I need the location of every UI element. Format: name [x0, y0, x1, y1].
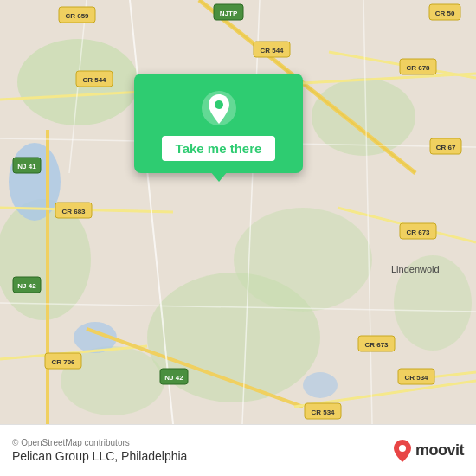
svg-text:CR 706: CR 706: [51, 358, 75, 366]
svg-point-6: [234, 208, 372, 312]
moovit-text: moovit: [415, 441, 464, 460]
location-info: © OpenStreetMap contributors Pelican Gro…: [12, 438, 187, 463]
svg-text:NJ 42: NJ 42: [164, 374, 183, 382]
location-label: Pelican Group LLC, Philadelphia: [12, 449, 187, 463]
svg-text:NJ 41: NJ 41: [17, 163, 36, 170]
svg-text:CR 67: CR 67: [436, 144, 456, 151]
osm-attribution: © OpenStreetMap contributors: [12, 438, 187, 447]
svg-point-10: [303, 372, 338, 398]
svg-text:CR 678: CR 678: [406, 64, 430, 72]
svg-text:NJ 42: NJ 42: [17, 282, 36, 290]
svg-text:CR 50: CR 50: [435, 10, 455, 17]
svg-point-62: [215, 100, 223, 109]
svg-text:CR 534: CR 534: [404, 374, 428, 382]
bottom-bar: © OpenStreetMap contributors Pelican Gro…: [0, 424, 476, 476]
svg-text:CR 534: CR 534: [311, 408, 335, 416]
moovit-pin-icon: [393, 439, 412, 463]
svg-text:CR 683: CR 683: [61, 208, 86, 215]
moovit-logo: moovit: [393, 439, 464, 463]
svg-text:Lindenwold: Lindenwold: [391, 264, 440, 274]
svg-text:CR 544: CR 544: [82, 76, 106, 84]
svg-point-63: [399, 445, 406, 452]
svg-text:CR 673: CR 673: [364, 341, 389, 349]
svg-text:NJTP: NJTP: [220, 10, 238, 17]
svg-text:CR 544: CR 544: [260, 47, 284, 55]
svg-text:CR 659: CR 659: [65, 12, 89, 20]
location-pin-icon: [200, 89, 238, 127]
svg-text:CR 673: CR 673: [406, 228, 430, 236]
map-view: CR 659 NJTP CR 50 NJ 41 CR 544 CR 544 CR…: [0, 0, 476, 424]
location-popup: Take me there: [134, 74, 303, 173]
take-me-there-button[interactable]: Take me there: [162, 136, 276, 161]
